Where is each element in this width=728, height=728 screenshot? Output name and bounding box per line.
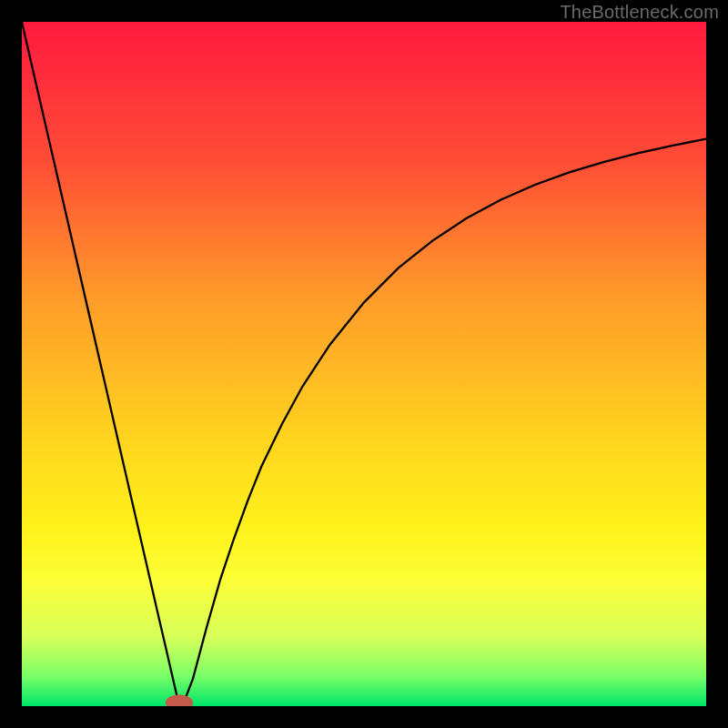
gradient-background xyxy=(22,22,706,706)
bottleneck-chart xyxy=(22,22,706,706)
attribution-label: TheBottleneck.com xyxy=(560,2,719,23)
chart-frame: TheBottleneck.com xyxy=(0,0,728,728)
